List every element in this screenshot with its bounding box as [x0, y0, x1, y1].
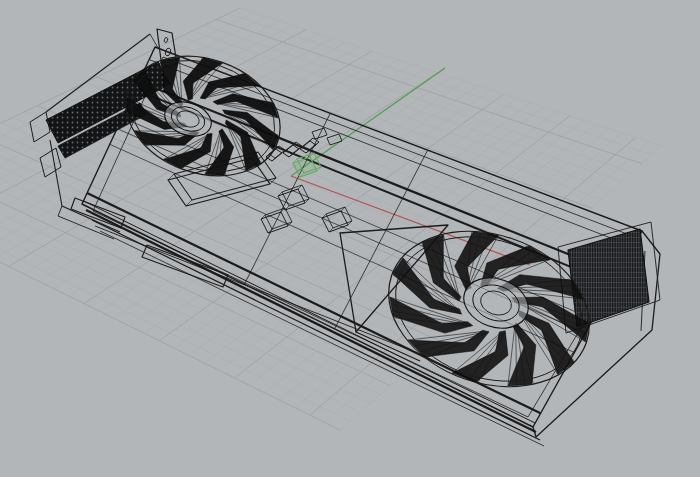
cad-viewport[interactable] — [0, 0, 700, 477]
viewport-background — [0, 0, 700, 477]
viewport-canvas[interactable] — [0, 0, 700, 477]
